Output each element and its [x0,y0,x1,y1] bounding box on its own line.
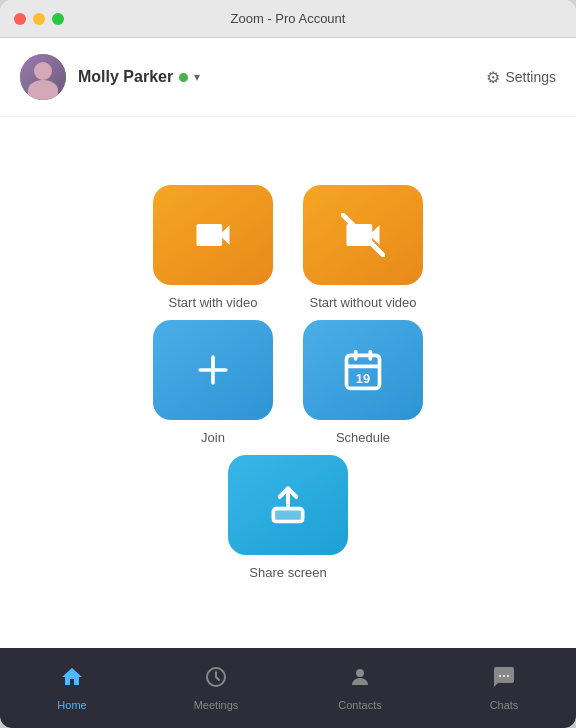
clock-icon [204,665,228,695]
grid-row-3: Share screen [228,455,348,580]
grid-row-2: Join 19 Schedule [153,320,423,445]
settings-label: Settings [505,69,556,85]
plus-icon [191,348,235,392]
nav-item-home[interactable]: Home [0,648,144,728]
svg-point-11 [356,669,364,677]
app-window: Zoom - Pro Account Molly Parker ▾ ⚙ Sett… [0,0,576,728]
share-icon [266,483,310,527]
avatar [20,54,66,100]
share-screen-label: Share screen [249,565,326,580]
user-info: Molly Parker ▾ [78,68,486,86]
calendar-icon: 19 [341,348,385,392]
svg-point-13 [503,675,505,677]
share-screen-button[interactable] [228,455,348,555]
house-icon [60,665,84,695]
action-grid: Start with video Start without video [0,117,576,648]
svg-point-14 [507,675,509,677]
svg-rect-2 [198,368,227,372]
bottom-nav: Home Meetings Contacts [0,648,576,728]
join-button[interactable] [153,320,273,420]
schedule-item[interactable]: 19 Schedule [303,320,423,445]
schedule-label: Schedule [336,430,390,445]
nav-home-label: Home [57,699,86,711]
start-no-video-label: Start without video [310,295,417,310]
schedule-button[interactable]: 19 [303,320,423,420]
title-bar: Zoom - Pro Account [0,0,576,38]
main-content: Molly Parker ▾ ⚙ Settings [0,38,576,728]
nav-item-contacts[interactable]: Contacts [288,648,432,728]
nav-meetings-label: Meetings [194,699,239,711]
header: Molly Parker ▾ ⚙ Settings [0,38,576,117]
status-indicator [179,73,188,82]
gear-icon: ⚙ [486,68,500,87]
nav-item-chats[interactable]: Chats [432,648,576,728]
grid-row-1: Start with video Start without video [153,185,423,310]
join-item[interactable]: Join [153,320,273,445]
start-no-video-button[interactable] [303,185,423,285]
start-video-label: Start with video [169,295,258,310]
nav-contacts-label: Contacts [338,699,381,711]
join-label: Join [201,430,225,445]
chat-icon [492,665,516,695]
svg-text:19: 19 [356,371,370,386]
status-dropdown-arrow[interactable]: ▾ [194,70,200,84]
nav-chats-label: Chats [490,699,519,711]
window-title: Zoom - Pro Account [231,11,346,26]
maximize-button[interactable] [52,13,64,25]
person-icon [348,665,372,695]
avatar-image [20,54,66,100]
username: Molly Parker [78,68,173,86]
svg-rect-8 [273,509,302,522]
close-button[interactable] [14,13,26,25]
start-no-video-item[interactable]: Start without video [303,185,423,310]
nav-item-meetings[interactable]: Meetings [144,648,288,728]
start-video-item[interactable]: Start with video [153,185,273,310]
traffic-lights [14,13,64,25]
minimize-button[interactable] [33,13,45,25]
share-screen-item[interactable]: Share screen [228,455,348,580]
settings-button[interactable]: ⚙ Settings [486,68,556,87]
svg-point-12 [499,675,501,677]
camera-icon [191,213,235,257]
start-video-button[interactable] [153,185,273,285]
camera-off-icon [341,213,385,257]
